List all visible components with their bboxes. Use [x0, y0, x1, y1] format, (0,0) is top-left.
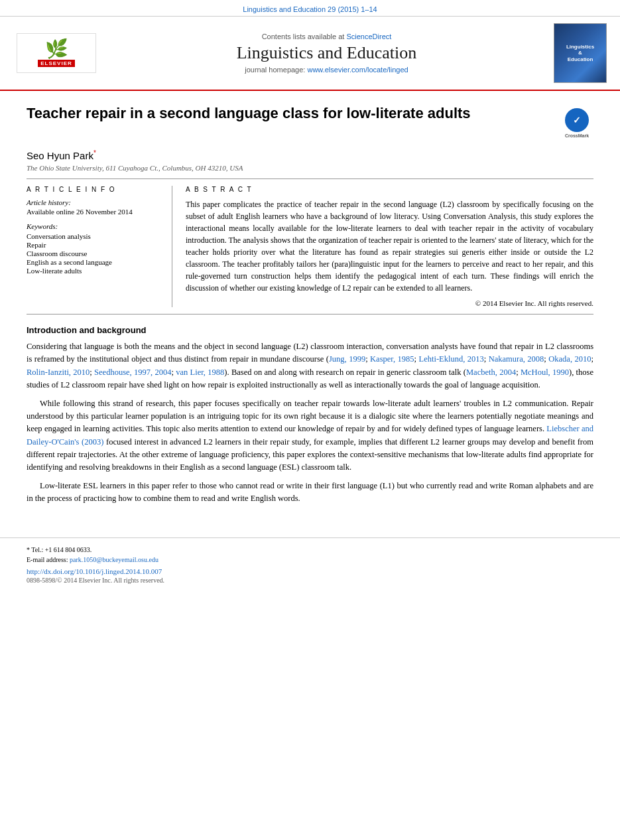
keywords-list: Conversation analysis Repair Classroom d…	[27, 232, 162, 275]
elsevier-wordmark: ELSEVIER	[38, 60, 75, 67]
homepage-label: journal homepage:	[245, 66, 305, 74]
ref-kasper1985[interactable]: Kasper, 1985	[370, 354, 414, 364]
crossmark-icon: ✓	[570, 113, 584, 127]
crossmark-circle: ✓	[565, 108, 589, 132]
crossmark-badge: ✓ CrossMark	[560, 107, 593, 140]
history-label: Article history:	[27, 198, 162, 206]
keywords-label: Keywords:	[27, 222, 162, 230]
copyright-line: © 2014 Elsevier Inc. All rights reserved…	[186, 299, 593, 307]
journal-center-info: Contents lists available at ScienceDirec…	[106, 33, 547, 74]
abstract-text: This paper complicates the practice of t…	[186, 198, 593, 294]
tel-label: Tel.: +1 614 804 0633.	[31, 546, 92, 553]
footer-area: * Tel.: +1 614 804 0633. E-mail address:…	[0, 537, 620, 591]
article-info-abstract-columns: A R T I C L E I N F O Article history: A…	[27, 186, 593, 307]
journal-title-display: Linguistics and Education	[106, 43, 547, 63]
cover-title-text: Linguistics&Education	[566, 44, 594, 63]
elsevier-logo: 🌿 ELSEVIER	[13, 33, 99, 73]
ref-macbeth2004[interactable]: Macbeth, 2004	[466, 368, 516, 377]
author-name-text: Seo Hyun Park	[27, 150, 93, 161]
crossmark-label: CrossMark	[565, 133, 589, 139]
article-content: Teacher repair in a second language clas…	[0, 91, 620, 524]
sciencedirect-link[interactable]: ScienceDirect	[346, 33, 391, 40]
logo-tree-icon: 🌿	[45, 40, 68, 58]
ref-seedhouse[interactable]: Seedhouse, 1997, 2004	[94, 368, 171, 377]
author-superscript: *	[93, 149, 96, 157]
homepage-line: journal homepage: www.elsevier.com/locat…	[106, 66, 547, 74]
svg-text:✓: ✓	[573, 115, 581, 125]
keyword-3: Classroom discourse	[27, 249, 162, 257]
abstract-column: A B S T R A C T This paper complicates t…	[186, 186, 593, 307]
divider-after-abstract	[27, 314, 593, 315]
journal-cover-image: Linguistics&Education	[554, 23, 607, 83]
author-name: Seo Hyun Park*	[27, 149, 593, 161]
article-info-heading: A R T I C L E I N F O	[27, 186, 162, 193]
intro-paragraph-3: Low-literate ESL learners in this paper …	[27, 480, 593, 506]
doi-link[interactable]: http://dx.doi.org/10.1016/j.linged.2014.…	[27, 567, 593, 575]
top-bar: Linguistics and Education 29 (2015) 1–14	[0, 0, 620, 17]
author-affiliation: The Ohio State University, 611 Cuyahoga …	[27, 164, 593, 172]
ref-liebscher-dailey2003[interactable]: Liebscher and Dailey-O'Cain's (2003)	[27, 424, 593, 446]
keyword-4: English as a second language	[27, 258, 162, 266]
article-info-column: A R T I C L E I N F O Article history: A…	[27, 186, 172, 307]
ref-mchoul1990[interactable]: McHoul, 1990	[521, 368, 569, 377]
journal-homepage-link[interactable]: www.elsevier.com/locate/linged	[307, 66, 408, 74]
ref-nakamura2008[interactable]: Nakamura, 2008	[489, 354, 544, 364]
author-email-link[interactable]: park.1050@buckeyemail.osu.edu	[70, 556, 158, 563]
ref-vanlier1988[interactable]: van Lier, 1988	[176, 368, 224, 377]
keyword-2: Repair	[27, 241, 162, 249]
journal-header: 🌿 ELSEVIER Contents lists available at S…	[0, 17, 620, 91]
footnote-contact: * Tel.: +1 614 804 0633. E-mail address:…	[27, 545, 593, 565]
intro-paragraph-2: While following this strand of research,…	[27, 397, 593, 474]
logo-box: 🌿 ELSEVIER	[17, 33, 96, 73]
available-online-date: Available online 26 November 2014	[27, 208, 162, 216]
keyword-5: Low-literate adults	[27, 267, 162, 275]
ref-lehti-eklund2013[interactable]: Lehti-Eklund, 2013	[419, 354, 484, 364]
intro-paragraph-1: Considering that language is both the me…	[27, 340, 593, 392]
keyword-1: Conversation analysis	[27, 232, 162, 240]
ref-jung1999[interactable]: Jung, 1999	[329, 354, 365, 364]
contents-available-line: Contents lists available at ScienceDirec…	[106, 33, 547, 40]
divider-after-author	[27, 178, 593, 179]
introduction-section: Introduction and background Considering …	[27, 325, 593, 506]
ref-rolin-ianziti2010[interactable]: Rolin-Ianziti, 2010	[27, 368, 90, 377]
email-label: E-mail address:	[27, 556, 70, 563]
contents-text: Contents lists available at	[262, 33, 345, 40]
abstract-heading: A B S T R A C T	[186, 186, 593, 193]
ref-okada2010[interactable]: Okada, 2010	[548, 354, 591, 364]
issn-copyright: 0898-5898/© 2014 Elsevier Inc. All right…	[27, 577, 593, 584]
article-title-block: Teacher repair in a second language clas…	[27, 104, 593, 140]
intro-heading: Introduction and background	[27, 325, 593, 335]
article-title-text: Teacher repair in a second language clas…	[27, 104, 547, 123]
journal-reference: Linguistics and Education 29 (2015) 1–14	[243, 5, 377, 13]
